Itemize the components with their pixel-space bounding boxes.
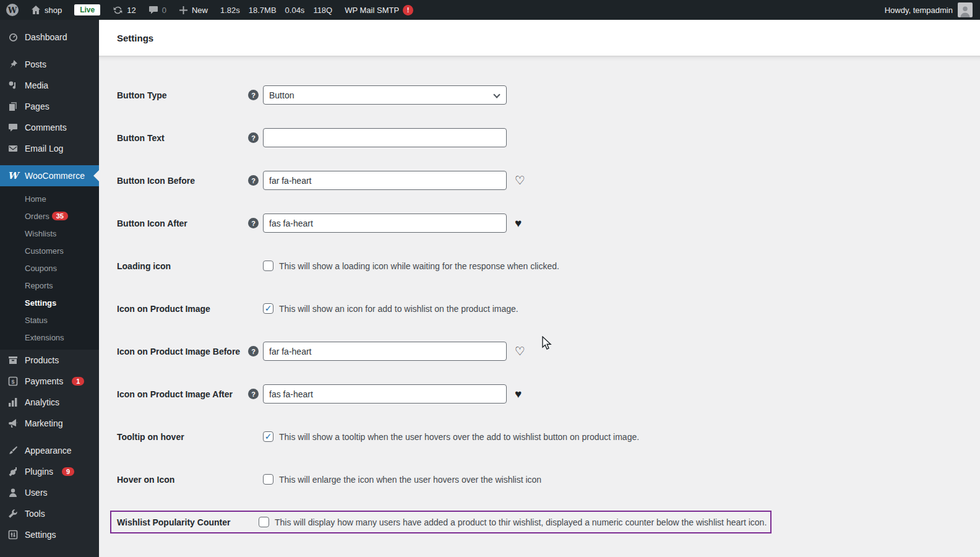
submenu-item-orders[interactable]: Orders35 bbox=[0, 207, 99, 225]
sidebar-item-products[interactable]: Products bbox=[0, 350, 99, 371]
stat-query-count: 118Q bbox=[313, 6, 332, 15]
chevron-down-icon bbox=[493, 91, 500, 98]
field-label: Button Icon After bbox=[117, 218, 248, 228]
checkmark-icon: ✓ bbox=[265, 304, 272, 313]
media-icon bbox=[8, 80, 18, 90]
payments-count-badge: 1 bbox=[72, 377, 84, 386]
stat-load-time: 1.82s bbox=[220, 6, 240, 15]
help-icon[interactable]: ? bbox=[248, 132, 259, 143]
icon-product-image-after-input[interactable] bbox=[263, 384, 507, 404]
woocommerce-icon: W bbox=[8, 170, 19, 181]
sidebar-item-pages[interactable]: Pages bbox=[0, 96, 99, 117]
button-text-input[interactable] bbox=[263, 128, 507, 147]
user-icon bbox=[8, 488, 18, 498]
help-icon[interactable]: ? bbox=[248, 346, 259, 356]
sidebar-label: Analytics bbox=[25, 397, 59, 407]
field-description[interactable]: This will show a loading icon while wait… bbox=[279, 261, 559, 271]
updates-icon bbox=[113, 5, 123, 15]
plugins-count-badge: 9 bbox=[62, 467, 74, 476]
field-description[interactable]: This will enlarge the icon when the user… bbox=[279, 475, 541, 485]
comments-menu[interactable]: 0 bbox=[142, 0, 173, 20]
sidebar-label: Plugins bbox=[25, 467, 53, 477]
help-icon[interactable]: ? bbox=[248, 175, 259, 186]
hover-on-icon-checkbox[interactable] bbox=[263, 474, 273, 485]
help-icon[interactable]: ? bbox=[248, 218, 259, 228]
form-row-button-text: Button Text ? bbox=[99, 116, 980, 159]
heart-outline-icon: ♡ bbox=[515, 345, 525, 357]
performance-stats[interactable]: 1.82s 18.7MB 0.04s 118Q bbox=[214, 6, 338, 15]
form-row-icon-on-product-image: Icon on Product Image ✓ This will show a… bbox=[99, 287, 980, 330]
sidebar-label: Comments bbox=[25, 123, 67, 132]
submenu-item-wishlists[interactable]: Wishlists bbox=[0, 225, 99, 242]
sidebar-item-users[interactable]: Users bbox=[0, 482, 99, 503]
sidebar-item-dashboard[interactable]: Dashboard bbox=[0, 20, 99, 48]
live-indicator[interactable]: Live bbox=[68, 0, 106, 20]
field-description[interactable]: This will show an icon for add to wishli… bbox=[279, 304, 518, 314]
wordpress-logo-menu[interactable]: W bbox=[0, 0, 25, 20]
button-icon-after-input[interactable] bbox=[263, 214, 507, 233]
sidebar-label: Appearance bbox=[25, 446, 72, 456]
sidebar-item-media[interactable]: Media bbox=[0, 75, 99, 96]
plus-icon bbox=[179, 6, 188, 15]
tooltip-on-hover-checkbox[interactable]: ✓ bbox=[263, 431, 273, 442]
selected-option: Button bbox=[269, 90, 294, 100]
sidebar-item-woocommerce[interactable]: W WooCommerce bbox=[0, 165, 99, 186]
submenu-item-customers[interactable]: Customers bbox=[0, 242, 99, 259]
stat-memory: 18.7MB bbox=[249, 6, 277, 15]
account-menu[interactable]: Howdy, tempadmin bbox=[885, 2, 980, 17]
button-icon-before-input[interactable] bbox=[263, 171, 507, 190]
sidebar-label: Dashboard bbox=[25, 32, 67, 42]
help-icon[interactable]: ? bbox=[248, 389, 259, 399]
sidebar-item-settings[interactable]: Settings bbox=[0, 524, 99, 545]
icon-on-product-image-checkbox[interactable]: ✓ bbox=[263, 303, 273, 314]
sidebar-item-posts[interactable]: Posts bbox=[0, 54, 99, 75]
sidebar-item-comments[interactable]: Comments bbox=[0, 117, 99, 138]
new-content-menu[interactable]: New bbox=[173, 0, 214, 20]
megaphone-icon bbox=[8, 418, 18, 428]
sidebar-item-appearance[interactable]: Appearance bbox=[0, 440, 99, 461]
user-silhouette-icon bbox=[959, 5, 971, 17]
field-description[interactable]: This will display how many users have ad… bbox=[275, 517, 767, 527]
button-type-select[interactable]: Button bbox=[263, 85, 507, 105]
form-row-hover-on-icon: Hover on Icon This will enlarge the icon… bbox=[99, 458, 980, 501]
submenu-item-status[interactable]: Status bbox=[0, 311, 99, 329]
sidebar-label: WooCommerce bbox=[25, 171, 85, 181]
site-name-link[interactable]: shop bbox=[25, 0, 68, 20]
submenu-item-coupons[interactable]: Coupons bbox=[0, 259, 99, 277]
sidebar-item-plugins[interactable]: Plugins 9 bbox=[0, 461, 99, 482]
smtp-label: WP Mail SMTP bbox=[345, 6, 399, 15]
sidebar-item-analytics[interactable]: Analytics bbox=[0, 392, 99, 413]
submenu-item-reports[interactable]: Reports bbox=[0, 277, 99, 294]
field-label: Button Text bbox=[117, 133, 248, 143]
avatar bbox=[958, 2, 973, 17]
submenu-item-settings[interactable]: Settings bbox=[0, 294, 99, 311]
orders-count-badge: 35 bbox=[52, 212, 68, 220]
sidebar-item-marketing[interactable]: Marketing bbox=[0, 413, 99, 434]
comments-icon bbox=[8, 123, 18, 132]
sidebar-item-tools[interactable]: Tools bbox=[0, 503, 99, 524]
form-row-icon-product-image-after: Icon on Product Image After ? ♥ bbox=[99, 373, 980, 415]
heart-solid-icon: ♥ bbox=[515, 217, 522, 229]
sidebar-label: Pages bbox=[25, 101, 49, 111]
icon-product-image-before-input[interactable] bbox=[263, 342, 507, 361]
sliders-icon bbox=[8, 530, 18, 540]
page-title: Settings bbox=[117, 33, 153, 43]
site-name: shop bbox=[45, 6, 62, 15]
envelope-icon bbox=[8, 144, 18, 153]
sidebar-item-payments[interactable]: $ Payments 1 bbox=[0, 371, 99, 392]
wp-mail-smtp-menu[interactable]: WP Mail SMTP ! bbox=[338, 0, 419, 20]
submenu-item-extensions[interactable]: Extensions bbox=[0, 329, 99, 346]
sidebar-item-email-log[interactable]: Email Log bbox=[0, 138, 99, 159]
field-label: Loading icon bbox=[117, 261, 248, 271]
pages-icon bbox=[8, 101, 18, 111]
heart-outline-icon: ♡ bbox=[515, 175, 525, 186]
new-label: New bbox=[192, 6, 208, 15]
dashboard-icon bbox=[8, 32, 19, 43]
loading-icon-checkbox[interactable] bbox=[263, 261, 273, 271]
updates-menu[interactable]: 12 bbox=[106, 0, 142, 20]
field-description[interactable]: This will show a tooltip when the user h… bbox=[279, 432, 639, 442]
wordpress-logo-icon: W bbox=[6, 4, 19, 16]
submenu-item-home[interactable]: Home bbox=[0, 190, 99, 207]
wishlist-popularity-counter-checkbox[interactable] bbox=[259, 517, 269, 527]
help-icon[interactable]: ? bbox=[248, 90, 259, 100]
